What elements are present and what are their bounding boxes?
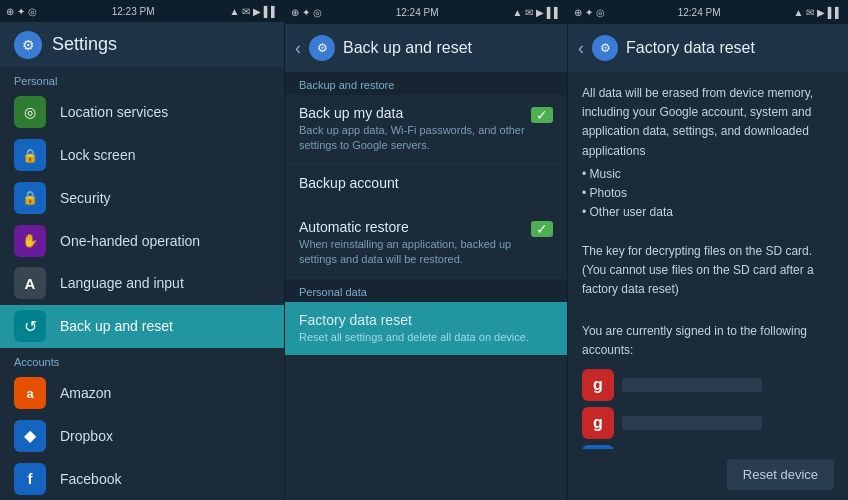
factory-reset-panel: ⊕ ✦ ◎ 12:24 PM ▲ ✉ ▶ ▌▌ ‹ ⚙ Factory data… — [568, 0, 848, 500]
location-icon: ◎ — [14, 96, 46, 128]
nav-label-lockscreen: Lock screen — [60, 147, 135, 163]
nav-item-security[interactable]: 🔒 Security — [0, 177, 284, 220]
nav-label-dropbox: Dropbox — [60, 428, 113, 444]
auto-restore-title: Automatic restore — [299, 219, 531, 235]
back-arrow-mid[interactable]: ‹ — [295, 38, 301, 59]
status-icons-mid: ⊕ ✦ ◎ — [291, 7, 322, 18]
factory-reset-desc: Reset all settings and delete all data o… — [299, 330, 553, 345]
backup-data-desc: Back up app data, Wi-Fi passwords, and o… — [299, 123, 531, 154]
status-icons-right: ⊕ ✦ ◎ — [574, 7, 605, 18]
backup-header-icon: ⚙ — [309, 35, 335, 61]
nav-item-onehanded[interactable]: ✋ One-handed operation — [0, 219, 284, 262]
accounts-list: g g f f ◆ — [582, 369, 834, 449]
setting-factory-reset[interactable]: Factory data reset Reset all settings an… — [285, 302, 567, 356]
security-icon: 🔒 — [14, 182, 46, 214]
factory-reset-text: Factory data reset Reset all settings an… — [299, 312, 553, 345]
backup-header-title: Back up and reset — [343, 39, 472, 57]
status-bar-left: ⊕ ✦ ◎ 12:23 PM ▲ ✉ ▶ ▌▌ — [0, 0, 284, 22]
settings-header: ⚙ Settings — [0, 22, 284, 67]
account-item-google-1: g — [582, 369, 834, 401]
status-time-mid: 12:24 PM — [396, 7, 439, 18]
auto-restore-check-icon: ✓ — [531, 221, 553, 237]
section-personal-data: Personal data — [285, 279, 567, 302]
facebook-icon: f — [14, 463, 46, 495]
factory-reset-content: All data will be erased from device memo… — [568, 72, 848, 449]
lockscreen-icon: 🔒 — [14, 139, 46, 171]
account-email-1 — [622, 378, 762, 392]
reset-device-button[interactable]: Reset device — [727, 459, 834, 490]
nav-item-backup[interactable]: ↺ Back up and reset — [0, 305, 284, 348]
setting-auto-restore[interactable]: Automatic restore When reinstalling an a… — [285, 209, 567, 279]
auto-restore-text: Automatic restore When reinstalling an a… — [299, 219, 531, 268]
nav-item-lockscreen[interactable]: 🔒 Lock screen — [0, 134, 284, 177]
bullet-other: • Other user data — [582, 203, 834, 222]
section-backup-restore: Backup and restore — [285, 72, 567, 95]
backup-account-title: Backup account — [299, 175, 553, 191]
nav-label-amazon: Amazon — [60, 385, 111, 401]
status-signal-right: ▲ ✉ ▶ ▌▌ — [794, 7, 842, 18]
section-accounts-label: Accounts — [0, 348, 284, 372]
backup-panel-header: ‹ ⚙ Back up and reset — [285, 24, 567, 72]
section-personal-label: Personal — [0, 67, 284, 91]
factory-reset-title: Factory data reset — [299, 312, 553, 328]
nav-item-amazon[interactable]: a Amazon — [0, 372, 284, 415]
back-arrow-right[interactable]: ‹ — [578, 38, 584, 59]
sd-text: The key for decrypting files on the SD c… — [582, 242, 834, 300]
settings-title: Settings — [52, 34, 117, 55]
account-item-google-2: g — [582, 407, 834, 439]
reset-button-container: Reset device — [568, 449, 848, 500]
status-bar-right: ⊕ ✦ ◎ 12:24 PM ▲ ✉ ▶ ▌▌ — [568, 0, 848, 24]
backup-data-title: Back up my data — [299, 105, 531, 121]
backup-icon: ↺ — [14, 310, 46, 342]
backup-data-check-icon: ✓ — [531, 107, 553, 123]
setting-backup-data[interactable]: Back up my data Back up app data, Wi-Fi … — [285, 95, 567, 165]
nav-label-language: Language and input — [60, 275, 184, 291]
signed-in-text: You are currently signed in to the follo… — [582, 322, 834, 360]
auto-restore-desc: When reinstalling an application, backed… — [299, 237, 531, 268]
factory-header-title: Factory data reset — [626, 39, 755, 57]
nav-item-location[interactable]: ◎ Location services — [0, 91, 284, 134]
status-icons-left: ⊕ ✦ ◎ — [6, 6, 37, 17]
backup-account-text: Backup account — [299, 175, 553, 193]
nav-label-facebook: Facebook — [60, 471, 121, 487]
bullet-photos: • Photos — [582, 184, 834, 203]
setting-backup-account[interactable]: Backup account — [285, 165, 567, 209]
backup-reset-panel: ⊕ ✦ ◎ 12:24 PM ▲ ✉ ▶ ▌▌ ‹ ⚙ Back up and … — [285, 0, 568, 500]
google-icon-1: g — [582, 369, 614, 401]
google-icon-2: g — [582, 407, 614, 439]
settings-panel: ⊕ ✦ ◎ 12:23 PM ▲ ✉ ▶ ▌▌ ⚙ Settings Perso… — [0, 0, 285, 500]
status-signal-left: ▲ ✉ ▶ ▌▌ — [230, 6, 278, 17]
nav-label-security: Security — [60, 190, 111, 206]
nav-label-location: Location services — [60, 104, 168, 120]
factory-header-icon: ⚙ — [592, 35, 618, 61]
onehanded-icon: ✋ — [14, 225, 46, 257]
settings-header-icon: ⚙ — [14, 31, 42, 59]
nav-item-language[interactable]: A Language and input — [0, 262, 284, 305]
nav-label-onehanded: One-handed operation — [60, 233, 200, 249]
warning-text: All data will be erased from device memo… — [582, 84, 834, 161]
dropbox-icon: ◆ — [14, 420, 46, 452]
amazon-icon: a — [14, 377, 46, 409]
auto-restore-checkbox[interactable]: ✓ — [531, 221, 553, 243]
status-bar-mid: ⊕ ✦ ◎ 12:24 PM ▲ ✉ ▶ ▌▌ — [285, 0, 567, 24]
factory-panel-header: ‹ ⚙ Factory data reset — [568, 24, 848, 72]
backup-data-text: Back up my data Back up app data, Wi-Fi … — [299, 105, 531, 154]
nav-item-dropbox[interactable]: ◆ Dropbox — [0, 414, 284, 457]
nav-item-facebook[interactable]: f Facebook — [0, 457, 284, 500]
backup-data-checkbox[interactable]: ✓ — [531, 107, 553, 129]
account-email-2 — [622, 416, 762, 430]
status-time-left: 12:23 PM — [112, 6, 155, 17]
nav-label-backup: Back up and reset — [60, 318, 173, 334]
bullet-music: • Music — [582, 165, 834, 184]
status-time-right: 12:24 PM — [678, 7, 721, 18]
language-icon: A — [14, 267, 46, 299]
status-signal-mid: ▲ ✉ ▶ ▌▌ — [513, 7, 561, 18]
